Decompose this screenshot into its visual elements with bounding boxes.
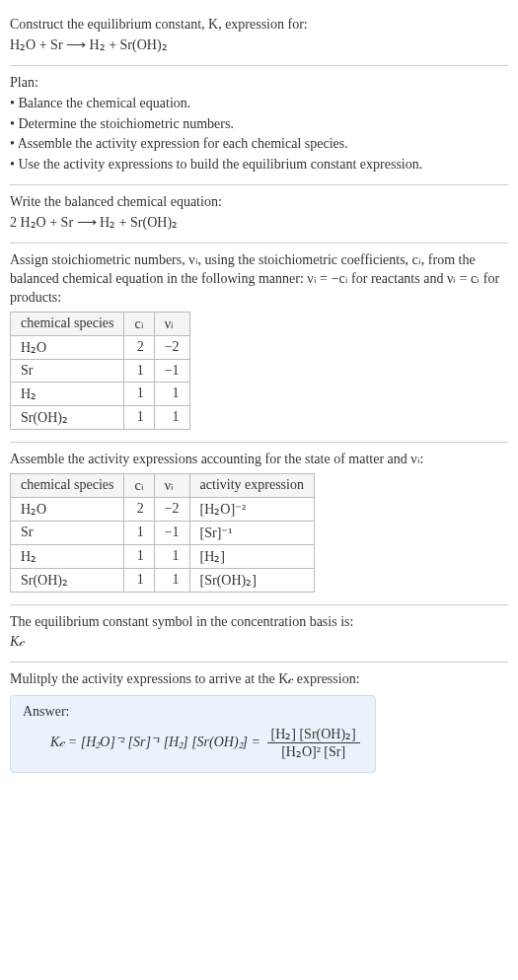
cell-species: H₂ [11,544,124,568]
cell-species: Sr [11,521,124,544]
activity-table: chemical species cᵢ νᵢ activity expressi… [10,473,315,593]
balanced-equation: 2 H₂O + Sr ⟶ H₂ + Sr(OH)₂ [10,214,508,233]
balanced-section: Write the balanced chemical equation: 2 … [10,185,508,244]
cell-species: H₂ [11,382,124,405]
kc-lhs: K𝒸 = [H₂O]⁻² [Sr]⁻¹ [H₂] [Sr(OH)₂] = [50,735,260,749]
table-row: H₂ 1 1 [H₂] [11,544,315,568]
stoich-text: Assign stoichiometric numbers, νᵢ, using… [10,251,508,308]
stoich-section: Assign stoichiometric numbers, νᵢ, using… [10,244,508,443]
plan-item: • Balance the chemical equation. [10,95,508,113]
symbol-text: The equilibrium constant symbol in the c… [10,613,508,632]
kc-fraction: [H₂] [Sr(OH)₂] [H₂O]² [Sr] [267,726,360,760]
cell-c: 2 [124,497,154,521]
col-vi: νᵢ [154,312,189,335]
col-activity: activity expression [189,473,314,497]
construct-line: Construct the equilibrium constant, K, e… [10,16,508,35]
plan-item: • Use the activity expressions to build … [10,156,508,175]
construct-text: Construct the equilibrium constant, K, e… [10,17,308,32]
table-row: Sr 1 −1 [11,359,190,382]
table-row: Sr(OH)₂ 1 1 [11,405,190,429]
col-vi: νᵢ [154,473,189,497]
cell-c: 1 [124,521,154,544]
cell-activity: [Sr(OH)₂] [189,568,314,592]
cell-v: 1 [154,568,189,592]
problem-statement: Construct the equilibrium constant, K, e… [10,8,508,66]
cell-v: −1 [154,359,189,382]
symbol-value: K𝒸 [10,633,508,652]
table-header-row: chemical species cᵢ νᵢ activity expressi… [11,473,315,497]
plan-heading: Plan: [10,74,508,93]
activity-section: Assemble the activity expressions accoun… [10,443,508,605]
stoich-table: chemical species cᵢ νᵢ H₂O 2 −2 Sr 1 −1 … [10,312,190,430]
cell-v: 1 [154,405,189,429]
cell-v: −2 [154,335,189,359]
cell-c: 1 [124,359,154,382]
cell-species: Sr(OH)₂ [11,405,124,429]
table-header-row: chemical species cᵢ νᵢ [11,312,190,335]
plan-item: • Assemble the activity expression for e… [10,135,508,154]
table-row: H₂ 1 1 [11,382,190,405]
kc-denominator: [H₂O]² [Sr] [267,743,360,760]
symbol-section: The equilibrium constant symbol in the c… [10,605,508,664]
cell-v: 1 [154,382,189,405]
activity-text: Assemble the activity expressions accoun… [10,451,508,469]
cell-species: Sr(OH)₂ [11,568,124,592]
col-species: chemical species [11,312,124,335]
table-row: Sr(OH)₂ 1 1 [Sr(OH)₂] [11,568,315,592]
cell-c: 1 [124,405,154,429]
balanced-heading: Write the balanced chemical equation: [10,193,508,212]
cell-v: 1 [154,544,189,568]
cell-species: H₂O [11,497,124,521]
plan-section: Plan: • Balance the chemical equation. •… [10,66,508,185]
final-text: Mulitply the activity expressions to arr… [10,670,508,689]
cell-c: 1 [124,544,154,568]
kc-numerator: [H₂] [Sr(OH)₂] [267,726,360,743]
kc-expression: K𝒸 = [H₂O]⁻² [Sr]⁻¹ [H₂] [Sr(OH)₂] = [H₂… [23,726,363,760]
table-row: Sr 1 −1 [Sr]⁻¹ [11,521,315,544]
cell-c: 1 [124,568,154,592]
cell-v: −1 [154,521,189,544]
unbalanced-equation: H₂O + Sr ⟶ H₂ + Sr(OH)₂ [10,36,508,55]
answer-label: Answer: [23,704,363,720]
table-row: H₂O 2 −2 [H₂O]⁻² [11,497,315,521]
table-row: H₂O 2 −2 [11,335,190,359]
cell-activity: [Sr]⁻¹ [189,521,314,544]
answer-box: Answer: K𝒸 = [H₂O]⁻² [Sr]⁻¹ [H₂] [Sr(OH)… [10,695,376,773]
cell-c: 1 [124,382,154,405]
cell-activity: [H₂O]⁻² [189,497,314,521]
final-section: Mulitply the activity expressions to arr… [10,663,508,781]
cell-activity: [H₂] [189,544,314,568]
cell-c: 2 [124,335,154,359]
col-ci: cᵢ [124,312,154,335]
col-ci: cᵢ [124,473,154,497]
cell-v: −2 [154,497,189,521]
col-species: chemical species [11,473,124,497]
plan-item: • Determine the stoichiometric numbers. [10,115,508,134]
cell-species: Sr [11,359,124,382]
cell-species: H₂O [11,335,124,359]
